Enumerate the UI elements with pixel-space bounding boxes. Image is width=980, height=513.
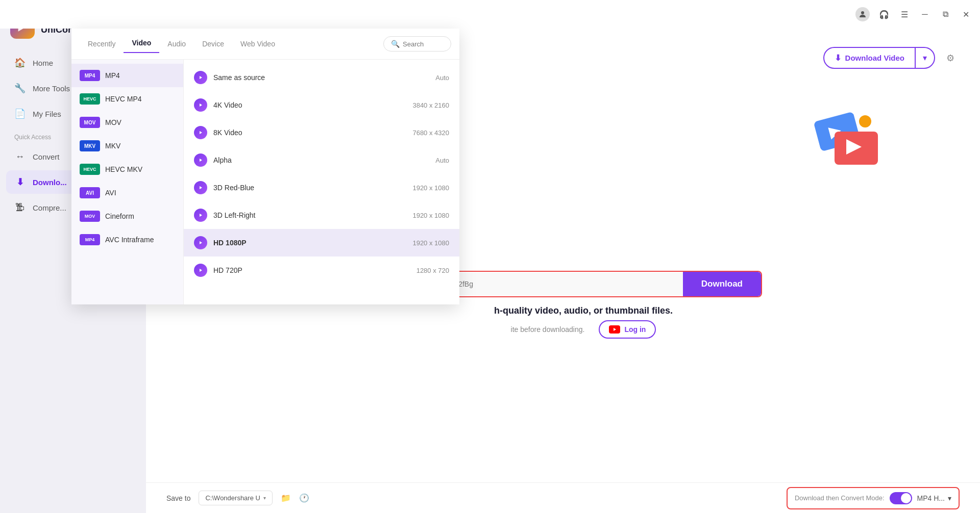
sidebar-item-label: My Files [33,110,61,118]
play-icon [194,236,207,249]
download-button[interactable]: Download [683,272,761,296]
format-item-cineform[interactable]: MOV Cineform [71,204,183,228]
mov-badge: MOV [80,117,100,128]
mp4-badge: MP4 [80,70,100,81]
play-icon [194,264,207,277]
youtube-icon [609,325,620,334]
cineform-badge: MOV [80,211,100,222]
hevc-mkv-badge: HEVC [80,164,100,175]
format-tabs: Recently Video Audio Device Web Video 🔍 [71,29,459,60]
svg-marker-13 [200,186,202,189]
format-item-avi[interactable]: AVI AVI [71,181,183,204]
avi-badge: AVI [80,187,100,198]
sidebar-item-label: More Tools [33,84,70,93]
sidebar-item-label: Downlo... [33,178,67,187]
format-item-mov[interactable]: MOV MOV [71,111,183,134]
tab-device[interactable]: Device [194,36,232,52]
titlebar: 🎧 ☰ ─ ⧉ ✕ [0,0,980,29]
play-icon [194,181,207,194]
download-video-button[interactable]: ⬇ Download Video ▾ [823,47,935,69]
format-item-hevc-mkv[interactable]: HEVC HEVC MKV [71,158,183,181]
search-icon: 🔍 [391,40,400,48]
play-icon [194,71,207,84]
play-icon [194,98,207,112]
format-item-mkv[interactable]: MKV MKV [71,134,183,158]
quality-hd-1080p[interactable]: HD 1080P 1920 x 1080 [184,229,459,256]
search-input[interactable] [403,40,444,48]
tab-video[interactable]: Video [124,35,159,53]
svg-marker-12 [200,159,202,162]
convert-mode-label: Download then Convert Mode: [795,494,885,502]
promo-text: h-quality video, audio, or thumbnail fil… [494,305,673,316]
tab-audio[interactable]: Audio [159,36,194,52]
convert-mode-area: Download then Convert Mode: MP4 H... ▾ [787,487,960,509]
svg-marker-14 [200,214,202,217]
quality-4k[interactable]: 4K Video 3840 x 2160 [184,91,459,119]
save-to-label: Save to [166,494,190,502]
quality-8k[interactable]: 8K Video 7680 x 4320 [184,119,459,146]
tab-recently[interactable]: Recently [80,36,124,52]
play-icon [194,153,207,167]
format-dropdown-icon: ▾ [948,494,951,502]
close-button[interactable]: ✕ [960,8,972,20]
convert-mode-toggle[interactable] [890,492,912,504]
svg-marker-11 [200,131,202,134]
hevc-badge: HEVC [80,93,100,105]
quality-hd-720p[interactable]: HD 720P 1280 x 720 [184,256,459,284]
format-item-hevc-mp4[interactable]: HEVC HEVC MP4 [71,87,183,111]
format-dropdown: Recently Video Audio Device Web Video 🔍 … [71,29,459,304]
folder-icon[interactable]: 📁 [281,493,291,503]
download-video-arrow[interactable]: ▾ [915,48,934,68]
sidebar-item-label: Convert [33,152,60,161]
format-selector[interactable]: MP4 H... ▾ [917,494,951,502]
menu-icon[interactable]: ☰ [898,8,911,20]
sidebar-item-label: Home [33,59,53,67]
quality-3d-left-right[interactable]: 3D Left-Right 1920 x 1080 [184,201,459,229]
my-files-icon: 📄 [14,108,26,119]
login-button[interactable]: Log in [599,320,656,339]
avc-badge: MP4 [80,234,100,245]
bottom-bar: Save to C:\Wondershare U ▾ 📁 🕐 Download … [146,482,980,513]
format-body: MP4 MP4 HEVC HEVC MP4 MOV MOV MKV MKV HE… [71,60,459,304]
play-icon [194,126,207,139]
save-path-selector[interactable]: C:\Wondershare U ▾ [199,491,272,505]
svg-marker-15 [200,241,202,244]
toggle-knob [901,493,911,503]
more-tools-icon: 🔧 [14,83,26,94]
svg-marker-10 [200,104,202,107]
home-icon: 🏠 [14,57,26,68]
header-actions: ⬇ Download Video ▾ ⚙ [823,47,960,69]
sub-area: ite before downloading. Log in [511,320,656,339]
quality-alpha[interactable]: Alpha Auto [184,146,459,174]
format-item-mp4[interactable]: MP4 MP4 [71,64,183,87]
svg-point-0 [861,11,864,14]
tab-web-video[interactable]: Web Video [232,36,283,52]
quality-same-as-source[interactable]: Same as source Auto [184,64,459,91]
quality-list: Same as source Auto 4K Video 3840 x 2160… [184,60,459,304]
downloader-icon: ⬇ [14,176,26,188]
converter-icon: ↔ [14,151,26,162]
maximize-button[interactable]: ⧉ [939,8,951,20]
quality-3d-red-blue[interactable]: 3D Red-Blue 1920 x 1080 [184,174,459,201]
svg-point-5 [859,115,871,127]
format-list: MP4 MP4 HEVC HEVC MP4 MOV MOV MKV MKV HE… [71,60,184,304]
format-item-avc[interactable]: MP4 AVC Intraframe [71,228,183,251]
svg-marker-9 [200,76,202,79]
account-icon[interactable] [855,7,870,21]
minimize-button[interactable]: ─ [919,8,931,20]
compressor-icon: 🗜 [14,202,26,213]
dropdown-arrow-icon: ▾ [263,495,266,501]
svg-marker-16 [200,269,202,272]
settings-icon[interactable]: ⚙ [941,49,960,67]
download-video-main: ⬇ Download Video [824,48,915,68]
play-icon [194,209,207,222]
video-illustration [806,106,888,190]
mkv-badge: MKV [80,140,100,151]
sidebar-item-label: Compre... [33,203,66,212]
svg-marker-8 [614,328,616,331]
search-box: 🔍 [383,36,451,52]
clock-icon[interactable]: 🕐 [299,493,309,503]
headphones-icon[interactable]: 🎧 [878,8,890,20]
download-icon: ⬇ [835,53,841,63]
